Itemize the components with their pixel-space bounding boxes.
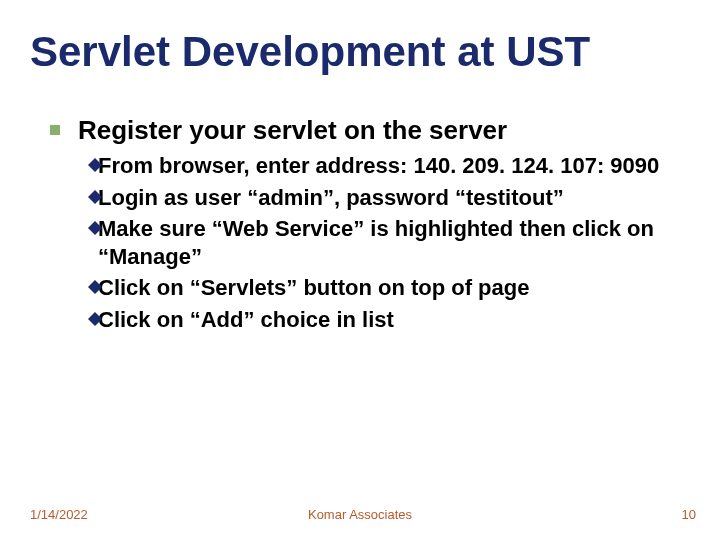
sub-bullet-text: Login as user “admin”, password “testito… — [98, 184, 564, 212]
sub-bullet-text: Click on “Add” choice in list — [98, 306, 394, 334]
svg-marker-1 — [88, 190, 102, 204]
sub-bullet-text: From browser, enter address: 140. 209. 1… — [98, 152, 659, 180]
footer-author: Komar Associates — [0, 507, 720, 522]
svg-marker-3 — [88, 280, 102, 294]
sub-bullet-item: From browser, enter address: 140. 209. 1… — [88, 152, 680, 180]
lead-word: From — [98, 153, 153, 178]
sub-bullet-list: From browser, enter address: 140. 209. 1… — [88, 152, 680, 333]
lead-word: Click — [98, 307, 151, 332]
slide-footer: 1/14/2022 Komar Associates 10 — [0, 502, 720, 522]
sub-bullet-item: Login as user “admin”, password “testito… — [88, 184, 680, 212]
slide: Servlet Development at UST Register your… — [0, 0, 720, 540]
footer-page-number: 10 — [682, 507, 696, 522]
sub-bullet-text: Make sure “Web Service” is highlighted t… — [98, 215, 680, 270]
svg-marker-4 — [88, 312, 102, 326]
sub-bullet-item: Click on “Servlets” button on top of pag… — [88, 274, 680, 302]
sub-bullet-text: Click on “Servlets” button on top of pag… — [98, 274, 529, 302]
svg-marker-2 — [88, 221, 102, 235]
rest-text: on “Servlets” button on top of page — [151, 275, 530, 300]
svg-marker-0 — [88, 158, 102, 172]
lead-word: Make — [98, 216, 153, 241]
slide-title: Servlet Development at UST — [30, 28, 700, 76]
slide-body: Register your servlet on the server From… — [50, 115, 680, 337]
level1-text: Register your servlet on the server — [78, 115, 507, 146]
rest-text: sure “Web Service” is highlighted then c… — [98, 216, 654, 269]
bullet-level1: Register your servlet on the server — [50, 115, 680, 146]
lead-word: Login — [98, 185, 158, 210]
square-bullet-icon — [50, 125, 60, 135]
rest-text: browser, enter address: 140. 209. 124. 1… — [153, 153, 659, 178]
rest-text: as user “admin”, password “testitout” — [158, 185, 564, 210]
sub-bullet-item: Click on “Add” choice in list — [88, 306, 680, 334]
sub-bullet-item: Make sure “Web Service” is highlighted t… — [88, 215, 680, 270]
rest-text: on “Add” choice in list — [151, 307, 394, 332]
lead-word: Click — [98, 275, 151, 300]
